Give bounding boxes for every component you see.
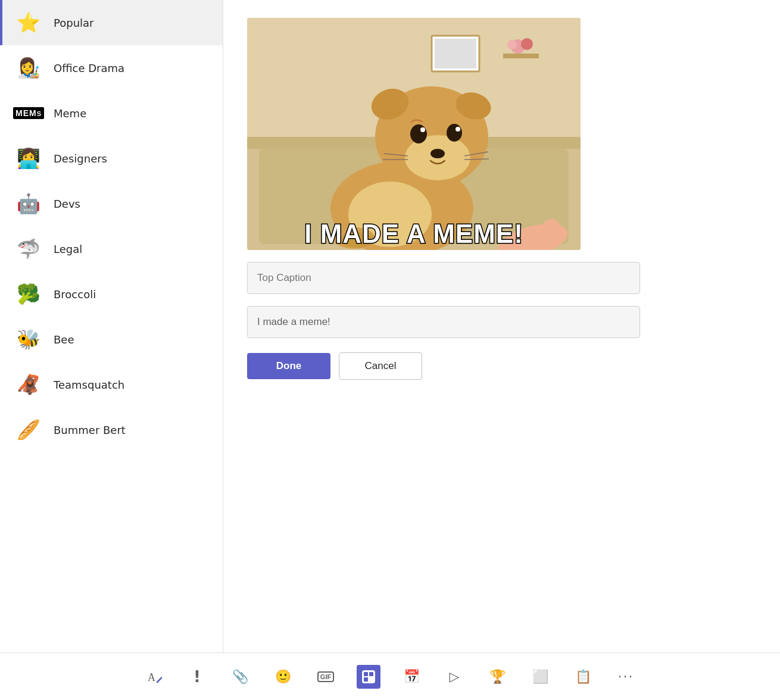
sidebar-icon-office-drama: 👩‍🎨 (14, 54, 43, 82)
svg-point-22 (420, 127, 425, 132)
toolbar-icon-gif[interactable]: GIF (314, 665, 338, 689)
sidebar-label-popular: Popular (54, 17, 94, 29)
sidebar-icon-broccoli: 🥦 (14, 280, 43, 308)
bottom-toolbar: A!📎🙂GIF📅▷🏆⬜📋··· (0, 652, 780, 700)
sidebar-item-broccoli[interactable]: 🥦Broccoli (0, 271, 223, 317)
sidebar-icon-teamsquatch: 🦧 (14, 370, 43, 399)
sidebar-label-bummer-bert: Bummer Bert (54, 424, 126, 436)
sidebar: ⭐Popular👩‍🎨Office DramaMEMSMeme👩‍💻Design… (0, 0, 223, 652)
sidebar-icon-popular: ⭐ (14, 8, 43, 37)
sidebar-label-devs: Devs (54, 198, 80, 210)
svg-line-33 (157, 677, 162, 682)
doge-image: I MADE A MEME! (247, 18, 581, 250)
sidebar-icon-legal: 🦈 (14, 235, 43, 263)
toolbar-icon-more[interactable]: ··· (614, 665, 638, 689)
svg-rect-37 (364, 677, 368, 682)
sidebar-item-teamsquatch[interactable]: 🦧Teamsquatch (0, 362, 223, 407)
svg-text:A: A (148, 671, 155, 683)
sidebar-icon-devs: 🤖 (14, 189, 43, 218)
top-caption-input[interactable] (247, 262, 640, 294)
svg-point-9 (507, 40, 517, 49)
svg-point-21 (447, 124, 462, 142)
toolbar-icon-schedule[interactable]: 📅 (400, 665, 423, 689)
svg-rect-35 (364, 672, 368, 676)
sidebar-label-office-drama: Office Drama (54, 62, 124, 74)
sidebar-item-legal[interactable]: 🦈Legal (0, 226, 223, 271)
sidebar-item-meme[interactable]: MEMSMeme (0, 90, 223, 136)
svg-point-20 (410, 124, 427, 143)
sidebar-item-popular[interactable]: ⭐Popular (0, 0, 223, 45)
sidebar-label-meme: Meme (54, 107, 86, 120)
action-buttons: Done Cancel (247, 352, 756, 380)
svg-point-23 (455, 127, 460, 132)
cancel-button[interactable]: Cancel (339, 352, 422, 380)
svg-rect-36 (369, 672, 373, 676)
toolbar-icon-whiteboard[interactable]: ⬜ (528, 665, 552, 689)
sidebar-icon-designers: 👩‍💻 (14, 144, 43, 173)
main-container: ⭐Popular👩‍🎨Office DramaMEMSMeme👩‍💻Design… (0, 0, 780, 652)
svg-rect-6 (503, 54, 539, 58)
main-content: I MADE A MEME! Done Cancel (223, 0, 780, 652)
sidebar-label-broccoli: Broccoli (54, 288, 96, 301)
sidebar-label-designers: Designers (54, 152, 107, 165)
sidebar-label-legal: Legal (54, 243, 82, 255)
sidebar-item-designers[interactable]: 👩‍💻Designers (0, 136, 223, 181)
toolbar-icon-important[interactable]: ! (185, 665, 209, 689)
meme-preview: I MADE A MEME! (247, 18, 581, 250)
sidebar-item-bee[interactable]: 🐝Bee (0, 317, 223, 362)
toolbar-icon-send[interactable]: ▷ (442, 665, 466, 689)
sidebar-icon-bummer-bert: 🥖 (14, 415, 43, 444)
toolbar-icon-sticker[interactable] (357, 665, 380, 689)
sidebar-label-teamsquatch: Teamsquatch (54, 379, 124, 391)
svg-text:I MADE A MEME!: I MADE A MEME! (304, 219, 523, 248)
done-button[interactable]: Done (247, 353, 330, 379)
sidebar-item-office-drama[interactable]: 👩‍🎨Office Drama (0, 45, 223, 90)
sidebar-icon-meme: MEMS (14, 99, 43, 127)
svg-rect-11 (435, 39, 476, 68)
svg-line-28 (464, 159, 489, 160)
toolbar-icon-praise[interactable]: 🏆 (485, 665, 509, 689)
sidebar-label-bee: Bee (54, 333, 74, 346)
sidebar-item-bummer-bert[interactable]: 🥖Bummer Bert (0, 407, 223, 452)
toolbar-icon-emoji[interactable]: 🙂 (271, 665, 295, 689)
toolbar-icon-forms[interactable]: 📋 (571, 665, 595, 689)
sidebar-item-devs[interactable]: 🤖Devs (0, 181, 223, 226)
sidebar-icon-bee: 🐝 (14, 325, 43, 354)
svg-point-24 (430, 149, 445, 158)
toolbar-icon-attach[interactable]: 📎 (228, 665, 252, 689)
toolbar-icon-format-text[interactable]: A (142, 665, 166, 689)
bottom-caption-input[interactable] (247, 306, 640, 338)
svg-point-8 (521, 38, 533, 50)
